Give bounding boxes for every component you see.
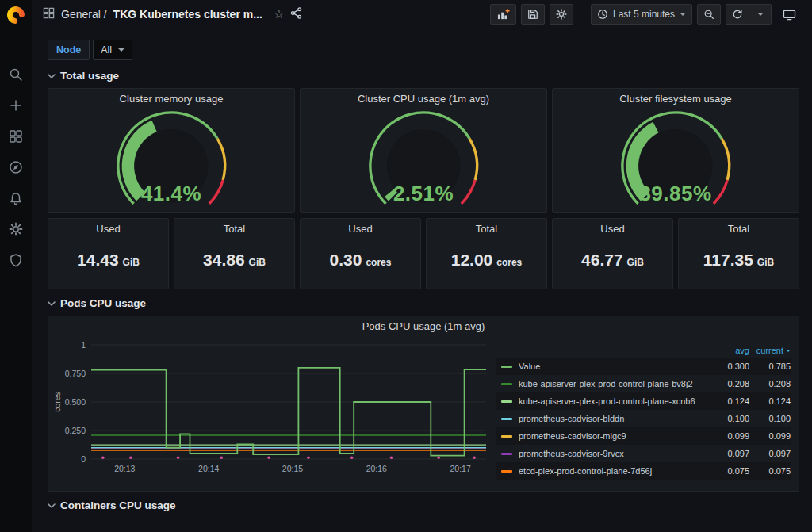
legend-row: prometheus-cadvisor-mlgc9 0.099 0.099: [496, 427, 791, 445]
grafana-logo-icon[interactable]: [6, 6, 25, 28]
share-icon[interactable]: [290, 7, 302, 21]
variable-selected-value: All: [101, 44, 112, 55]
series-current: 0.785: [749, 362, 791, 371]
legend-header: avg current: [496, 343, 791, 358]
cycle-view-mode-button[interactable]: [776, 4, 802, 25]
section-containers-cpu-usage[interactable]: Containers CPU usage: [48, 499, 799, 511]
stat-panel-filesystem-total: Total 117.35GiB: [678, 218, 799, 289]
legend-row: kube-apiserver-plex-prod-control-plane-b…: [496, 375, 791, 392]
panel-title[interactable]: Total: [679, 219, 799, 239]
legend-col-avg[interactable]: avg: [708, 346, 749, 355]
stat-panel-filesystem-used: Used 46.77GiB: [552, 218, 673, 289]
series-name[interactable]: prometheus-cadvisor-9rvcx: [519, 449, 708, 458]
series-color-swatch: [501, 383, 512, 385]
stat-value: 14.43GiB: [48, 239, 168, 289]
svg-text:0.250: 0.250: [65, 426, 86, 435]
series-name[interactable]: etcd-plex-prod-control-plane-7d56j: [519, 466, 708, 476]
panel-title[interactable]: Used: [301, 219, 420, 239]
gauge-value: 41.4%: [48, 182, 294, 206]
panel-cluster-cpu-usage: Cluster CPU usage (1m avg) 2.51%: [300, 88, 547, 213]
series-current: 0.124: [749, 396, 791, 406]
gauge-value: 39.85%: [553, 182, 799, 206]
gauge-panels-row: Cluster memory usage 41.4% Cluster CPU u…: [48, 88, 799, 213]
panel-title[interactable]: Total: [174, 219, 294, 239]
add-panel-button[interactable]: [490, 4, 516, 25]
svg-text:0: 0: [81, 454, 86, 464]
create-plus-icon[interactable]: [9, 98, 23, 113]
refresh-button[interactable]: [726, 4, 749, 25]
svg-text:20:13: 20:13: [114, 464, 135, 473]
series-color-swatch: [501, 435, 512, 438]
breadcrumb-folder[interactable]: General /: [61, 8, 107, 21]
time-range-label: Last 5 minutes: [613, 9, 675, 20]
series-current: 0.208: [749, 379, 791, 388]
top-navbar: General / TKG Kubernetes cluster m... ☆ …: [32, 0, 812, 29]
panel-pods-cpu-usage: Pods CPU usage (1m avg) 00.2500.5000.750…: [48, 316, 799, 492]
search-icon[interactable]: [9, 67, 23, 82]
left-sidebar: [0, 0, 32, 532]
series-avg: 0.124: [708, 396, 749, 406]
stat-value: 34.86GiB: [174, 239, 294, 289]
dashboard-content: Node All Total usage Cluster memory usag…: [32, 29, 812, 532]
breadcrumb-dashboard-title[interactable]: TKG Kubernetes cluster m...: [113, 8, 262, 21]
stat-value: 0.30cores: [301, 239, 420, 289]
series-current: 0.075: [749, 466, 791, 476]
svg-text:1: 1: [81, 340, 86, 350]
explore-compass-icon[interactable]: [9, 160, 23, 174]
variable-value-dropdown[interactable]: All: [93, 40, 132, 60]
time-series-plot[interactable]: 00.2500.5000.750120:1320:1420:1520:1620:…: [48, 337, 496, 492]
series-name[interactable]: prometheus-cadvisor-blddn: [519, 414, 708, 423]
time-range-picker[interactable]: Last 5 minutes: [591, 4, 692, 25]
series-current: 0.099: [749, 431, 791, 441]
svg-text:20:16: 20:16: [366, 464, 387, 473]
star-icon[interactable]: ☆: [274, 7, 284, 21]
series-color-swatch: [501, 453, 512, 455]
save-dashboard-button[interactable]: [521, 4, 545, 25]
panel-title[interactable]: Used: [48, 219, 168, 239]
panel-title[interactable]: Used: [553, 219, 672, 239]
stat-panels-row: Used 14.43GiB Total 34.86GiB Used 0.30co…: [48, 218, 799, 289]
chevron-down-icon: [48, 300, 56, 307]
series-name[interactable]: kube-apiserver-plex-prod-control-plane-x…: [519, 396, 708, 406]
section-pods-cpu-usage[interactable]: Pods CPU usage: [48, 297, 799, 309]
series-color-swatch: [501, 366, 512, 368]
series-name[interactable]: prometheus-cadvisor-mlgc9: [519, 431, 708, 441]
dashboards-grid-icon[interactable]: [9, 129, 23, 144]
zoom-out-button[interactable]: [697, 4, 721, 25]
panel-title[interactable]: Total: [427, 219, 546, 239]
refresh-interval-dropdown[interactable]: [749, 4, 772, 25]
series-name[interactable]: Value: [519, 362, 708, 371]
configuration-gear-icon[interactable]: [9, 222, 23, 236]
chevron-down-icon: [680, 13, 686, 16]
svg-text:20:14: 20:14: [198, 464, 219, 473]
legend-row: prometheus-cadvisor-9rvcx 0.097 0.097: [496, 445, 791, 462]
topbar-actions: Last 5 minutes: [490, 4, 802, 25]
dashboard-grid-icon[interactable]: [43, 7, 55, 21]
legend-row: kube-apiserver-plex-prod-control-plane-x…: [496, 392, 791, 410]
series-avg: 0.097: [708, 449, 749, 458]
series-avg: 0.300: [708, 362, 749, 371]
gauge-value: 2.51%: [301, 182, 546, 206]
dashboard-settings-button[interactable]: [550, 4, 573, 25]
clock-icon: [597, 9, 608, 20]
panel-title[interactable]: Pods CPU usage (1m avg): [48, 316, 799, 337]
stat-value: 117.35GiB: [679, 239, 799, 289]
panel-title[interactable]: Cluster CPU usage (1m avg): [301, 89, 546, 109]
series-current: 0.097: [749, 449, 791, 458]
svg-text:cores: cores: [52, 392, 62, 412]
stat-value: 46.77GiB: [553, 239, 672, 289]
series-current: 0.100: [749, 414, 791, 423]
chevron-down-icon: [48, 73, 56, 79]
panel-title[interactable]: Cluster filesystem usage: [553, 89, 799, 109]
series-avg: 0.075: [708, 466, 749, 476]
legend-col-current[interactable]: current: [749, 346, 791, 355]
panel-title[interactable]: Cluster memory usage: [48, 89, 294, 109]
series-name[interactable]: kube-apiserver-plex-prod-control-plane-b…: [519, 379, 708, 388]
alerting-bell-icon[interactable]: [9, 191, 23, 205]
server-admin-shield-icon[interactable]: [9, 253, 23, 267]
legend-row: prometheus-cadvisor-blddn 0.100 0.100: [496, 410, 791, 427]
section-total-usage[interactable]: Total usage: [48, 70, 799, 82]
chevron-down-icon: [118, 48, 124, 52]
chevron-down-icon: [757, 13, 764, 16]
svg-text:20:15: 20:15: [282, 464, 303, 473]
